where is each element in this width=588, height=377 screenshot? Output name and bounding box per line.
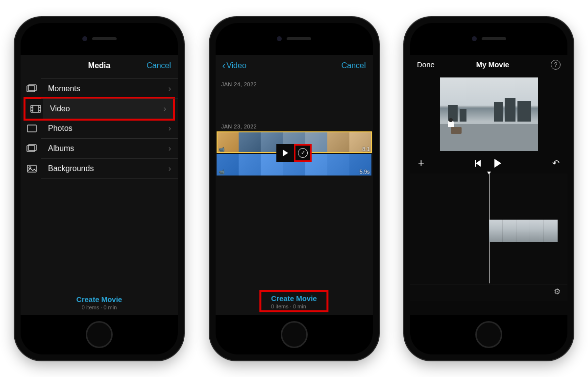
preview-play-button[interactable] <box>276 144 294 162</box>
clip-duration: 5.9s <box>360 169 370 175</box>
add-media-button[interactable]: + <box>418 157 424 170</box>
editor-nav: Done My Movie ? <box>410 55 567 75</box>
cancel-button[interactable]: Cancel <box>147 61 171 70</box>
phone-media-list: Media Cancel Moments › Video <box>15 17 184 360</box>
cancel-button[interactable]: Cancel <box>342 61 366 70</box>
row-label: Albums <box>48 144 169 153</box>
add-clip-button[interactable]: ✓ <box>294 144 312 162</box>
nav-bar: Media Cancel <box>21 55 178 76</box>
create-movie-button[interactable]: Create Movie <box>21 295 178 303</box>
row-photos[interactable]: Photos › <box>41 119 178 139</box>
backgrounds-icon <box>26 164 37 173</box>
video-preview[interactable] <box>440 77 538 151</box>
photos-icon <box>26 124 37 133</box>
help-button[interactable]: ? <box>551 60 561 70</box>
chevron-left-icon: ‹ <box>222 60 226 71</box>
chevron-right-icon: › <box>169 144 171 153</box>
clip-duration: 8.1 <box>362 146 369 152</box>
chevron-right-icon: › <box>164 104 166 113</box>
phone-editor: Done My Movie ? + ↶ <box>404 17 573 360</box>
row-label: Photos <box>48 124 169 133</box>
create-movie-button[interactable]: Create Movie <box>271 294 317 302</box>
highlight-box-video: Video › <box>24 97 175 121</box>
chevron-right-icon: › <box>169 84 171 93</box>
items-count-label: 0 items · 0 min <box>21 304 178 310</box>
video-type-icon: 📹 <box>219 169 224 175</box>
play-button[interactable] <box>494 159 501 168</box>
row-label: Backgrounds <box>48 164 169 173</box>
timeline-clip[interactable] <box>489 220 558 242</box>
home-button[interactable] <box>281 321 308 348</box>
albums-icon <box>26 144 37 153</box>
back-label: Video <box>226 61 246 70</box>
svg-rect-2 <box>31 105 41 112</box>
row-albums[interactable]: Albums › <box>41 139 178 159</box>
skip-to-start-button[interactable] <box>475 160 481 167</box>
home-button[interactable] <box>86 321 113 348</box>
undo-button[interactable]: ↶ <box>552 158 560 169</box>
back-button[interactable]: ‹ Video <box>222 60 246 71</box>
video-type-icon: 📹 <box>219 147 224 152</box>
checkmark-icon: ✓ <box>298 148 308 158</box>
svg-rect-12 <box>27 165 36 172</box>
settings-button[interactable]: ⚙ <box>554 287 561 296</box>
row-backgrounds[interactable]: Backgrounds › <box>41 159 178 179</box>
items-count-label: 0 items · 0 min <box>271 303 317 309</box>
highlight-box-create: Create Movie 0 items · 0 min <box>259 290 328 312</box>
video-icon <box>30 104 41 113</box>
row-label: Video <box>50 104 164 113</box>
phone-video-picker: ‹ Video Cancel JAN 24, 2022 JAN 23, 2022… <box>210 17 379 360</box>
row-moments[interactable]: Moments › <box>41 78 178 99</box>
player-controls: + ↶ <box>410 155 567 172</box>
moments-icon <box>26 84 37 93</box>
row-video[interactable]: Video › <box>43 99 173 119</box>
project-title: My Movie <box>476 60 510 69</box>
svg-rect-9 <box>27 125 36 132</box>
row-label: Moments <box>48 84 169 93</box>
chevron-right-icon: › <box>169 124 171 133</box>
nav-bar: ‹ Video Cancel <box>216 55 373 76</box>
done-button[interactable]: Done <box>417 60 435 69</box>
timeline[interactable]: ⚙ <box>410 174 567 301</box>
date-header: JAN 24, 2022 <box>216 76 373 89</box>
date-header: JAN 23, 2022 <box>216 119 373 131</box>
chevron-right-icon: › <box>169 164 171 173</box>
home-button[interactable] <box>475 321 502 348</box>
